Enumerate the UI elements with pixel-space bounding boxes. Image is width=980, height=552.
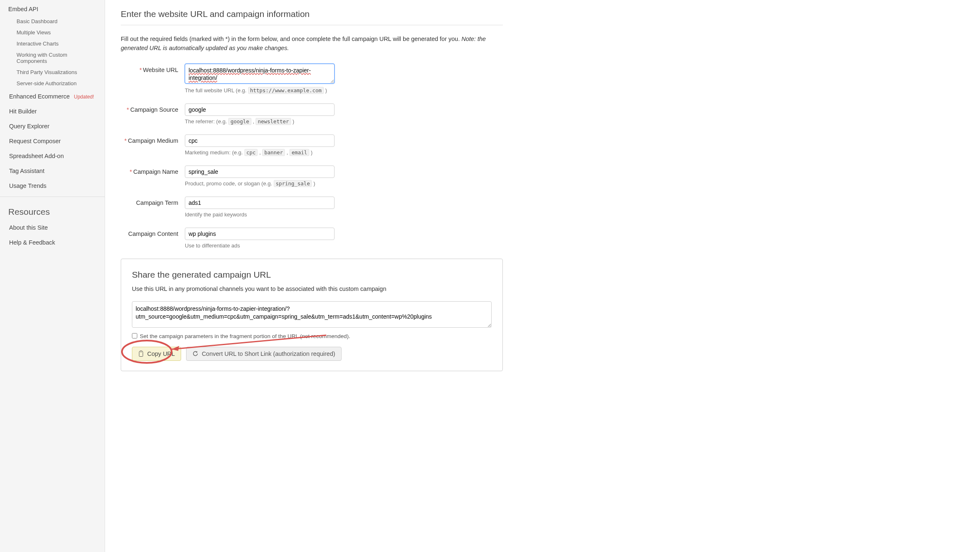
code-example-url: https://www.example.com	[248, 87, 324, 94]
sidebar-item-request-composer[interactable]: Request Composer	[0, 134, 105, 149]
sidebar-head-resources: Resources	[0, 199, 105, 220]
sidebar-head-embed-api[interactable]: Embed API	[0, 0, 105, 16]
campaign-term-input[interactable]	[185, 197, 335, 209]
sidebar-item-hit-builder[interactable]: Hit Builder	[0, 104, 105, 119]
help-campaign-source: The referrer: (e.g. google , newsletter …	[185, 118, 335, 125]
sidebar-item-about[interactable]: About this Site	[0, 220, 105, 235]
website-url-input[interactable]: localhost:8888/wordpress/ninja-forms-to-…	[185, 64, 335, 84]
page-title: Enter the website URL and campaign infor…	[121, 0, 503, 25]
help-campaign-name: Product, promo code, or slogan (e.g. spr…	[185, 180, 335, 187]
code-email: email	[289, 149, 309, 156]
sidebar-item-tag-assistant[interactable]: Tag Assistant	[0, 163, 105, 178]
code-cpc: cpc	[244, 149, 258, 156]
sidebar-item-spreadsheet-addon[interactable]: Spreadsheet Add-on	[0, 149, 105, 163]
help-campaign-content: Use to differentiate ads	[185, 242, 335, 249]
svg-rect-1	[140, 350, 142, 352]
sidebar-item-basic-dashboard[interactable]: Basic Dashboard	[0, 16, 105, 27]
sidebar-item-usage-trends[interactable]: Usage Trends	[0, 178, 105, 193]
intro-text-a: Fill out the required fields (marked wit…	[121, 36, 461, 42]
label-campaign-term: Campaign Term	[121, 197, 185, 218]
code-banner: banner	[262, 149, 285, 156]
help-campaign-term: Identify the paid keywords	[185, 211, 335, 218]
refresh-icon	[192, 350, 198, 357]
sidebar: Embed API Basic Dashboard Multiple Views…	[0, 0, 105, 552]
sidebar-divider	[0, 197, 105, 197]
fragment-checkbox-label: Set the campaign parameters in the fragm…	[140, 333, 350, 339]
intro-text: Fill out the required fields (marked wit…	[121, 34, 503, 53]
convert-short-link-button[interactable]: Convert URL to Short Link (authorization…	[186, 347, 342, 361]
updated-badge: Updated!	[74, 94, 94, 100]
fragment-checkbox-row[interactable]: Set the campaign parameters in the fragm…	[132, 333, 492, 339]
sidebar-item-help-feedback[interactable]: Help & Feedback	[0, 235, 105, 250]
label-campaign-source: *Campaign Source	[121, 103, 185, 125]
code-google: google	[228, 118, 251, 125]
campaign-medium-input[interactable]	[185, 134, 335, 147]
label-website-url: *Website URL	[121, 64, 185, 94]
sidebar-item-enhanced-ecommerce[interactable]: Enhanced Ecommerce Updated!	[0, 89, 105, 104]
convert-short-link-label: Convert URL to Short Link (authorization…	[202, 350, 335, 357]
code-spring-sale: spring_sale	[274, 180, 312, 187]
copy-url-button[interactable]: Copy URL	[132, 347, 181, 361]
label-campaign-content: Campaign Content	[121, 228, 185, 249]
campaign-name-input[interactable]	[185, 166, 335, 178]
help-campaign-medium: Marketing medium: (e.g. cpc , banner , e…	[185, 149, 335, 156]
campaign-content-input[interactable]	[185, 228, 335, 240]
code-newsletter: newsletter	[256, 118, 291, 125]
clipboard-icon	[138, 350, 144, 357]
share-desc: Use this URL in any promotional channels…	[132, 286, 492, 292]
sidebar-item-third-party-viz[interactable]: Third Party Visualizations	[0, 67, 105, 78]
copy-url-label: Copy URL	[147, 350, 175, 357]
sidebar-item-multiple-views[interactable]: Multiple Views	[0, 27, 105, 38]
main-content: Enter the website URL and campaign infor…	[105, 0, 519, 552]
label-campaign-name: *Campaign Name	[121, 166, 185, 187]
share-heading: Share the generated campaign URL	[132, 270, 492, 280]
campaign-source-input[interactable]	[185, 103, 335, 116]
fragment-checkbox[interactable]	[132, 333, 137, 338]
label-campaign-medium: *Campaign Medium	[121, 134, 185, 156]
share-panel: Share the generated campaign URL Use thi…	[121, 259, 503, 371]
sidebar-item-custom-components[interactable]: Working with Custom Components	[0, 49, 105, 67]
svg-rect-0	[139, 351, 143, 356]
help-website-url: The full website URL (e.g. https://www.e…	[185, 87, 335, 94]
sidebar-item-label: Enhanced Ecommerce	[9, 93, 70, 100]
sidebar-item-interactive-charts[interactable]: Interactive Charts	[0, 38, 105, 49]
sidebar-item-server-auth[interactable]: Server-side Authorization	[0, 78, 105, 89]
generated-url-textarea[interactable]: localhost:8888/wordpress/ninja-forms-to-…	[132, 301, 492, 328]
sidebar-item-query-explorer[interactable]: Query Explorer	[0, 119, 105, 134]
